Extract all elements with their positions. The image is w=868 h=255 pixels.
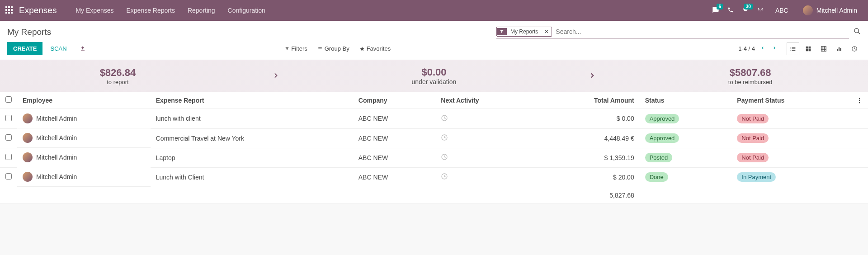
- pager-value[interactable]: 1-4 / 4: [738, 45, 755, 52]
- payment-badge: Not Paid: [737, 153, 769, 162]
- row-checkbox[interactable]: [5, 173, 12, 179]
- create-button[interactable]: CREATE: [7, 42, 42, 55]
- col-report[interactable]: Expense Report: [151, 92, 353, 109]
- status-under-validation[interactable]: $0.00 under validation: [353, 66, 515, 85]
- search-facet: My Reports ✕: [496, 27, 552, 37]
- cell-employee: Mitchell Admin: [36, 115, 77, 122]
- status-summary: $826.84 to report $0.00 under validation…: [0, 60, 868, 92]
- search-bar[interactable]: My Reports ✕: [496, 25, 849, 38]
- scan-button[interactable]: SCAN: [45, 42, 71, 55]
- cell-company: ABC NEW: [353, 128, 436, 148]
- table-row[interactable]: Mitchell AdminLunch with ClientABC NEW$ …: [0, 167, 868, 187]
- messages-badge: 6: [717, 4, 723, 9]
- activity-icon[interactable]: 30: [742, 6, 749, 15]
- top-navbar: Expenses My Expenses Expense Reports Rep…: [0, 0, 868, 21]
- status-badge: Approved: [645, 133, 679, 143]
- col-payment[interactable]: Payment Status: [731, 92, 851, 109]
- row-checkbox[interactable]: [5, 154, 12, 160]
- col-status[interactable]: Status: [640, 92, 732, 109]
- filter-icon: [497, 28, 507, 35]
- avatar: [23, 113, 33, 123]
- search-icon[interactable]: [854, 28, 861, 36]
- avatar: [23, 172, 33, 182]
- svg-rect-2: [11, 6, 13, 8]
- view-graph[interactable]: [833, 42, 845, 55]
- svg-rect-0: [5, 6, 7, 8]
- nav-reporting[interactable]: Reporting: [181, 7, 222, 14]
- svg-rect-6: [5, 12, 7, 14]
- status-to-report[interactable]: $826.84 to report: [36, 67, 199, 85]
- svg-point-9: [854, 28, 859, 33]
- filters-menu[interactable]: Filters: [285, 45, 307, 52]
- view-pivot[interactable]: [817, 42, 830, 55]
- svg-rect-3: [5, 9, 7, 11]
- cell-total: 4,448.49 €: [536, 128, 640, 148]
- company-selector[interactable]: ABC: [772, 7, 792, 14]
- svg-rect-8: [11, 12, 13, 14]
- svg-rect-5: [11, 9, 13, 11]
- col-activity[interactable]: Next Activity: [435, 92, 535, 109]
- table-row[interactable]: Mitchell AdminLaptopABC NEW$ 1,359.19Pos…: [0, 148, 868, 167]
- col-employee[interactable]: Employee: [17, 92, 151, 109]
- svg-rect-7: [8, 12, 10, 14]
- row-checkbox[interactable]: [5, 134, 12, 141]
- search-input[interactable]: [552, 26, 849, 37]
- view-kanban[interactable]: [802, 42, 815, 55]
- nav-my-expenses[interactable]: My Expenses: [69, 7, 120, 14]
- footer-total: 5,827.68: [536, 187, 640, 203]
- cell-company: ABC NEW: [353, 167, 436, 187]
- col-total[interactable]: Total Amount: [536, 92, 640, 109]
- status-badge: Approved: [645, 114, 679, 123]
- user-menu[interactable]: Mitchell Admin: [800, 5, 860, 15]
- cell-report: Lunch with Client: [151, 167, 353, 187]
- pager-prev[interactable]: [759, 44, 767, 53]
- clock-icon[interactable]: [441, 174, 448, 181]
- page-title: My Reports: [7, 27, 51, 37]
- cell-total: $ 20.00: [536, 167, 640, 187]
- cell-report: Commercial Travel at New York: [151, 128, 353, 148]
- svg-line-10: [858, 32, 860, 34]
- cell-total: $ 1,359.19: [536, 148, 640, 167]
- debug-icon[interactable]: [757, 7, 764, 14]
- table-row[interactable]: Mitchell AdminCommercial Travel at New Y…: [0, 128, 868, 148]
- row-checkbox[interactable]: [5, 115, 12, 121]
- nav-expense-reports[interactable]: Expense Reports: [120, 7, 181, 14]
- col-company[interactable]: Company: [353, 92, 436, 109]
- chevron-right-icon: [588, 70, 596, 83]
- apps-icon[interactable]: [5, 6, 13, 15]
- svg-rect-13: [806, 49, 808, 51]
- cell-company: ABC NEW: [353, 109, 436, 129]
- avatar: [23, 152, 33, 162]
- export-button[interactable]: [75, 42, 91, 55]
- optional-columns-icon[interactable]: ⋮: [856, 97, 863, 104]
- clock-icon[interactable]: [441, 135, 448, 142]
- groupby-menu[interactable]: Group By: [317, 45, 349, 52]
- search-facet-label: My Reports: [507, 27, 542, 36]
- status-badge: Done: [645, 172, 668, 182]
- clock-icon[interactable]: [441, 155, 448, 162]
- avatar: [803, 5, 813, 15]
- view-list[interactable]: [787, 42, 799, 55]
- table-row[interactable]: Mitchell Adminlunch with clientABC NEW$ …: [0, 109, 868, 129]
- cell-company: ABC NEW: [353, 148, 436, 167]
- list-view: Employee Expense Report Company Next Act…: [0, 92, 868, 204]
- svg-rect-22: [840, 48, 841, 51]
- nav-configuration[interactable]: Configuration: [222, 7, 272, 14]
- phone-icon[interactable]: [727, 7, 734, 14]
- clock-icon[interactable]: [441, 116, 448, 123]
- select-all-checkbox[interactable]: [5, 96, 12, 103]
- avatar: [23, 133, 33, 143]
- app-name[interactable]: Expenses: [19, 5, 57, 15]
- systray: 6 30 ABC Mitchell Admin: [712, 5, 860, 15]
- favorites-menu[interactable]: Favorites: [359, 45, 391, 52]
- status-to-reimburse[interactable]: $5807.68 to be reimbursed: [669, 67, 832, 85]
- view-activity[interactable]: [848, 42, 861, 55]
- messages-icon[interactable]: 6: [712, 6, 719, 15]
- control-panel: My Reports My Reports ✕ CREATE SCAN: [0, 21, 868, 60]
- search-facet-remove[interactable]: ✕: [542, 28, 552, 35]
- pager-next[interactable]: [770, 44, 778, 53]
- svg-rect-21: [839, 47, 840, 51]
- cell-employee: Mitchell Admin: [36, 134, 77, 142]
- payment-badge: In Payment: [737, 172, 776, 182]
- svg-rect-11: [806, 46, 808, 48]
